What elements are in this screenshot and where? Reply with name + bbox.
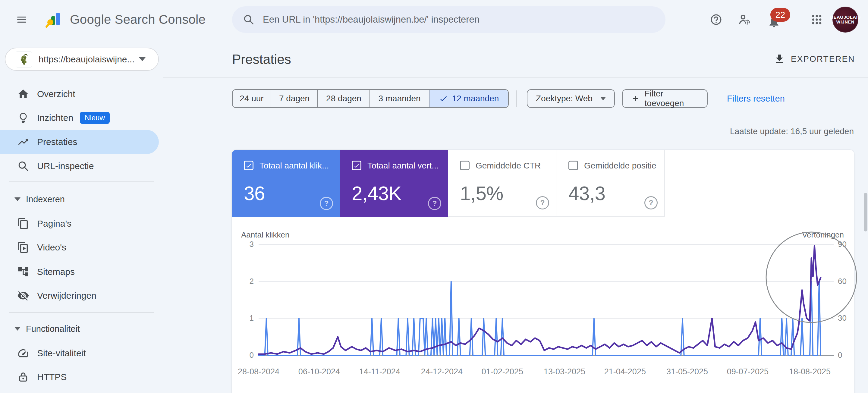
speedometer-icon bbox=[17, 347, 29, 359]
help-icon[interactable]: ? bbox=[320, 197, 333, 210]
checkbox-unchecked-icon[interactable] bbox=[568, 161, 578, 170]
export-button[interactable]: EXPORTEREN bbox=[773, 50, 855, 68]
vertical-scrollbar-thumb[interactable] bbox=[864, 193, 867, 232]
metric-card-impressions[interactable]: Totaal aantal vert... 2,43K ? bbox=[340, 150, 448, 217]
sidebar-item-verwijderingen[interactable]: Verwijderingen bbox=[0, 283, 159, 308]
video-icon bbox=[17, 241, 29, 253]
sidebar-item-label: Prestaties bbox=[37, 137, 77, 147]
metric-label: Gemiddelde CTR bbox=[475, 161, 541, 171]
user-settings-button[interactable] bbox=[735, 10, 754, 29]
pages-icon bbox=[17, 218, 29, 230]
home-icon bbox=[17, 88, 29, 100]
toolbar-separator bbox=[516, 90, 517, 107]
metric-label: Totaal aantal vert... bbox=[367, 161, 439, 171]
property-label: https://beaujolaiswijne... bbox=[38, 54, 135, 64]
help-icon[interactable]: ? bbox=[536, 196, 549, 209]
user-gear-icon bbox=[738, 13, 751, 26]
metric-label: Gemiddelde positie bbox=[584, 161, 656, 171]
apps-grid-icon bbox=[811, 13, 823, 26]
checkbox-checked-icon[interactable] bbox=[244, 161, 253, 170]
date-range-7-dagen[interactable]: 7 dagen bbox=[271, 90, 318, 107]
metric-value: 1,5% bbox=[460, 182, 503, 205]
sidebar-item-url-inspectie[interactable]: URL-inspectie bbox=[0, 154, 159, 178]
help-icon[interactable]: ? bbox=[644, 196, 658, 209]
sidebar-item-https[interactable]: HTTPS bbox=[0, 365, 159, 389]
checkbox-checked-icon[interactable] bbox=[352, 161, 361, 170]
lightbulb-icon bbox=[17, 112, 29, 124]
avatar-text-line2: WIJNEN bbox=[836, 20, 855, 24]
sidebar-section-indexeren[interactable]: Indexeren bbox=[0, 187, 159, 211]
apps-grid-button[interactable] bbox=[807, 10, 827, 29]
sidebar-item-label: Inzichten bbox=[37, 113, 73, 123]
property-favicon-icon bbox=[16, 51, 32, 67]
reset-filters-link[interactable]: Filters resetten bbox=[727, 89, 785, 108]
sidebar-item-label: Video's bbox=[37, 242, 66, 252]
date-range-24-uur[interactable]: 24 uur bbox=[233, 90, 271, 107]
sitemap-tree-icon bbox=[17, 266, 29, 278]
metric-card-ctr[interactable]: Gemiddelde CTR 1,5% ? bbox=[448, 150, 556, 217]
metric-card-position[interactable]: Gemiddelde positie 43,3 ? bbox=[556, 150, 665, 217]
sidebar-item-label: Sitemaps bbox=[37, 267, 75, 277]
product-name: Google Search Console bbox=[70, 0, 206, 39]
sidebar-item-overzicht[interactable]: Overzicht bbox=[0, 82, 159, 106]
help-icon[interactable]: ? bbox=[428, 197, 441, 210]
sidebar-item-label: Pagina's bbox=[37, 218, 71, 229]
new-badge: Nieuw bbox=[80, 112, 110, 124]
top-app-bar: Google Search Console bbox=[0, 0, 868, 39]
lock-icon bbox=[17, 371, 29, 383]
url-inspect-searchbar[interactable] bbox=[232, 6, 665, 33]
account-avatar[interactable]: BEAUJOLAIS WIJNEN bbox=[832, 7, 858, 33]
add-filter-button[interactable]: Filter toevoegen bbox=[622, 89, 708, 108]
performance-chart[interactable] bbox=[231, 224, 868, 393]
impressions-line-series bbox=[258, 246, 821, 354]
metric-value: 2,43K bbox=[352, 182, 401, 205]
chevron-down-icon bbox=[600, 97, 606, 100]
help-button[interactable] bbox=[707, 10, 726, 29]
sidebar-item-paginas[interactable]: Pagina's bbox=[0, 212, 159, 236]
sidebar-item-prestaties[interactable]: Prestaties bbox=[0, 130, 159, 154]
section-label: Functionaliteit bbox=[26, 324, 80, 334]
add-filter-label: Filter toevoegen bbox=[645, 89, 699, 108]
triangle-down-icon bbox=[14, 198, 21, 201]
search-icon bbox=[243, 14, 254, 25]
trending-up-icon bbox=[17, 136, 29, 148]
sidebar-item-label: Site-vitaliteit bbox=[37, 348, 86, 358]
sidebar-item-label: HTTPS bbox=[37, 372, 67, 382]
metric-value: 43,3 bbox=[568, 182, 606, 205]
checkbox-unchecked-icon[interactable] bbox=[460, 161, 470, 170]
sidebar-item-sitemaps[interactable]: Sitemaps bbox=[0, 260, 159, 284]
page-title: Prestaties bbox=[232, 52, 291, 67]
url-inspect-input[interactable] bbox=[262, 14, 662, 25]
sidebar-item-label: Verwijderingen bbox=[37, 291, 96, 301]
metric-row-filler bbox=[665, 150, 854, 217]
sidebar-divider bbox=[9, 181, 154, 182]
chevron-down-icon bbox=[139, 57, 146, 61]
sidebar-divider bbox=[9, 312, 154, 313]
metric-card-clicks[interactable]: Totaal aantal klik... 36 ? bbox=[232, 150, 340, 217]
hamburger-icon bbox=[16, 13, 28, 26]
date-range-28-dagen[interactable]: 28 dagen bbox=[318, 90, 370, 107]
search-type-dropdown[interactable]: Zoektype: Web bbox=[527, 89, 615, 108]
section-label: Indexeren bbox=[26, 194, 65, 204]
plus-icon bbox=[631, 94, 640, 103]
magnifier-icon bbox=[17, 160, 29, 172]
download-icon bbox=[773, 53, 785, 65]
help-icon bbox=[710, 13, 722, 26]
check-icon bbox=[439, 94, 448, 103]
avatar-text-line1: BEAUJOLAIS bbox=[830, 15, 861, 20]
gsc-logo-icon bbox=[45, 10, 64, 29]
sidebar-section-functionaliteit[interactable]: Functionaliteit bbox=[0, 317, 159, 341]
notification-count-badge: 22 bbox=[770, 8, 790, 22]
export-label: EXPORTEREN bbox=[791, 54, 855, 64]
date-range-12-maanden[interactable]: 12 maanden bbox=[430, 90, 508, 107]
eye-off-icon bbox=[17, 290, 29, 302]
sidebar-item-videos[interactable]: Video's bbox=[0, 235, 159, 260]
date-range-3-maanden[interactable]: 3 maanden bbox=[370, 90, 430, 107]
date-range-filter: 24 uur 7 dagen 28 dagen 3 maanden 12 maa… bbox=[232, 89, 509, 108]
hamburger-menu-button[interactable] bbox=[12, 10, 31, 29]
sidebar-item-label: Overzicht bbox=[37, 89, 75, 99]
property-selector[interactable]: https://beaujolaiswijne... bbox=[5, 48, 159, 71]
sidebar-item-site-vitaliteit[interactable]: Site-vitaliteit bbox=[0, 341, 159, 365]
sidebar-item-inzichten[interactable]: Inzichten Nieuw bbox=[0, 106, 159, 130]
metric-label: Totaal aantal klik... bbox=[259, 161, 329, 171]
